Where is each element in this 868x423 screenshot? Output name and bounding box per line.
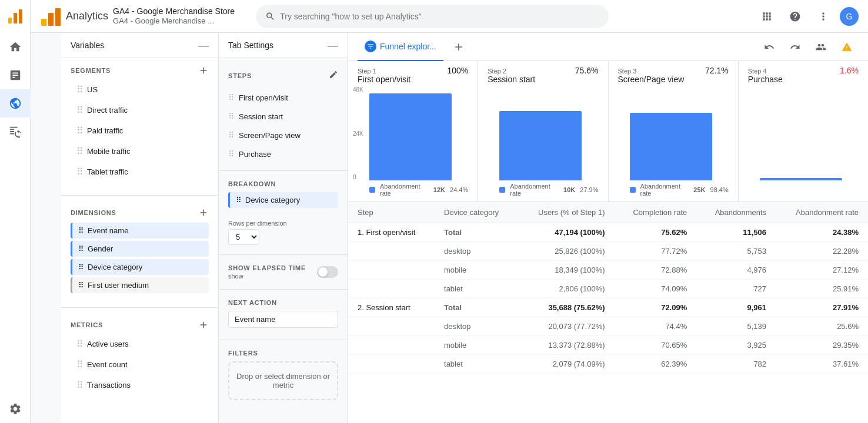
- metric-label: Active users: [87, 340, 129, 348]
- step-screen-page-view[interactable]: ⠿ Screen/Page view: [219, 126, 348, 145]
- step-label: Purchase: [239, 150, 271, 159]
- warning-btn[interactable]: [835, 35, 859, 59]
- metric-transactions[interactable]: ⠿ Transactions: [71, 376, 209, 394]
- step-2-num: Step 2: [488, 68, 535, 75]
- cell-abandon-rate: 25.91%: [776, 280, 868, 298]
- segment-paid-traffic[interactable]: ⠿ Paid traffic: [71, 122, 209, 140]
- rows-per-dimension-select[interactable]: 1 2 3 4 5 10: [228, 229, 259, 245]
- metrics-add-btn[interactable]: [198, 320, 209, 330]
- abandon-pct: 98.4%: [710, 186, 729, 193]
- cell-abandon-rate: 37.61%: [776, 355, 868, 374]
- step-3-abandonment: Abandonment rate 25K 98.4%: [609, 180, 738, 202]
- abandon-label: Abandonment rate: [380, 183, 429, 197]
- svg-rect-1: [14, 13, 17, 24]
- col-abandonments: Abandonments: [696, 202, 776, 223]
- tab-settings-minimize-btn[interactable]: —: [328, 40, 338, 51]
- dim-event-name[interactable]: ⠿ Event name: [71, 223, 209, 239]
- cell-device: tablet: [435, 280, 518, 298]
- segment-us[interactable]: ⠿ US: [71, 80, 209, 99]
- dimensions-add-btn[interactable]: [198, 207, 209, 218]
- step-session-start[interactable]: ⠿ Session start: [219, 107, 348, 126]
- drag-handle-icon: ⠿: [76, 146, 84, 157]
- cell-abandonments: 5,753: [696, 242, 776, 261]
- metric-active-users[interactable]: ⠿ Active users: [71, 335, 209, 353]
- dim-first-user-medium[interactable]: ⠿ First user medium: [71, 277, 209, 293]
- cell-device: mobile: [435, 261, 518, 280]
- next-action-chip[interactable]: Event name: [228, 311, 338, 328]
- redo-btn[interactable]: [783, 35, 807, 59]
- add-tab-btn[interactable]: [448, 36, 469, 58]
- cell-users: 47,194 (100%): [518, 223, 614, 242]
- svg-rect-3: [41, 19, 46, 26]
- step-1-num: Step 1: [358, 68, 410, 75]
- top-bar-actions: G: [755, 5, 859, 28]
- nav-item-home[interactable]: [0, 33, 31, 61]
- metric-label: Event count: [87, 360, 128, 369]
- dim-label: Gender: [88, 244, 113, 253]
- abandon-pct: 27.9%: [580, 186, 598, 193]
- breakdown-value: Device category: [245, 196, 300, 204]
- nav-item-explore[interactable]: [0, 89, 31, 118]
- cell-step: [348, 242, 435, 261]
- brand-title: Analytics: [66, 10, 108, 22]
- step-1-pct: 100%: [447, 66, 468, 75]
- cell-abandon-rate: 29.35%: [776, 336, 868, 355]
- tab-funnel-label: Funnel explor...: [380, 42, 436, 51]
- drag-handle-icon: ⠿: [236, 196, 242, 204]
- segment-label: US: [87, 85, 98, 94]
- cell-completion: 72.09%: [615, 298, 697, 317]
- segment-direct-traffic[interactable]: ⠿ Direct traffic: [71, 101, 209, 119]
- table-row: 2. Session start Total 35,688 (75.62%) 7…: [348, 298, 868, 317]
- cell-abandonments: 782: [696, 355, 776, 374]
- help-icon-btn[interactable]: [783, 5, 807, 28]
- tab-settings-header: Tab Settings —: [219, 33, 348, 58]
- edit-steps-btn[interactable]: [329, 70, 338, 81]
- elapsed-time-toggle[interactable]: [317, 266, 338, 278]
- nav-item-admin[interactable]: [0, 395, 31, 423]
- nav-item-advertising[interactable]: [0, 118, 31, 146]
- elapsed-row: SHOW ELAPSED TIME show: [228, 264, 338, 280]
- elapsed-upper-label: SHOW ELAPSED TIME: [228, 264, 306, 271]
- step-first-open[interactable]: ⠿ First open/visit: [219, 88, 348, 107]
- metric-event-count[interactable]: ⠿ Event count: [71, 355, 209, 374]
- breakdown-label: BREAKDOWN: [228, 180, 338, 187]
- col-device: Device category: [435, 202, 518, 223]
- step-2-chart: [478, 86, 607, 180]
- store-name: GA4 - Google Merchandise Store: [113, 6, 235, 16]
- step-4-chart: [739, 86, 868, 180]
- segments-add-btn[interactable]: [198, 65, 209, 76]
- drag-handle-icon: ⠿: [76, 338, 84, 350]
- step-label: Screen/Page view: [239, 131, 301, 140]
- search-input[interactable]: [280, 12, 599, 21]
- search-icon: [265, 11, 275, 22]
- dim-label: Event name: [88, 226, 128, 235]
- segment-mobile-traffic[interactable]: ⠿ Mobile traffic: [71, 142, 209, 160]
- search-bar[interactable]: [256, 5, 609, 28]
- user-avatar[interactable]: G: [840, 7, 859, 26]
- col-completion: Completion rate: [615, 202, 697, 223]
- segment-tablet-traffic[interactable]: ⠿ Tablet traffic: [71, 163, 209, 181]
- filter-drop-area[interactable]: Drop or select dimension or metric: [228, 361, 338, 400]
- dim-gender[interactable]: ⠿ Gender: [71, 241, 209, 257]
- dim-device-category[interactable]: ⠿ Device category: [71, 259, 209, 275]
- nav-item-reports[interactable]: [0, 61, 31, 89]
- grid-icon-btn[interactable]: [755, 5, 779, 28]
- bar-step-1: [369, 93, 452, 180]
- breakdown-chip[interactable]: ⠿ Device category: [228, 192, 338, 208]
- cell-completion: 72.88%: [615, 261, 697, 280]
- step-3-pct: 72.1%: [705, 66, 729, 75]
- abandon-count: 10K: [563, 186, 575, 193]
- tab-funnel-explor[interactable]: Funnel explor...: [358, 33, 443, 61]
- metric-label: Transactions: [87, 381, 131, 390]
- step-4-pct: 1.6%: [840, 66, 859, 75]
- step-purchase[interactable]: ⠿ Purchase: [219, 145, 348, 163]
- more-icon-btn[interactable]: [812, 5, 835, 28]
- share-btn[interactable]: [809, 35, 833, 59]
- funnel-step-1: Step 1 First open/visit 100% 48K 24K 0: [348, 61, 478, 202]
- undo-btn[interactable]: [757, 35, 781, 59]
- bar-wrapper: [760, 178, 859, 180]
- variables-minimize-btn[interactable]: —: [198, 40, 209, 51]
- step-4-abandonment: [739, 180, 868, 187]
- metrics-header: METRICS: [71, 320, 209, 330]
- dimensions-section: DIMENSIONS ⠿ Event name ⠿ Gender: [61, 200, 218, 303]
